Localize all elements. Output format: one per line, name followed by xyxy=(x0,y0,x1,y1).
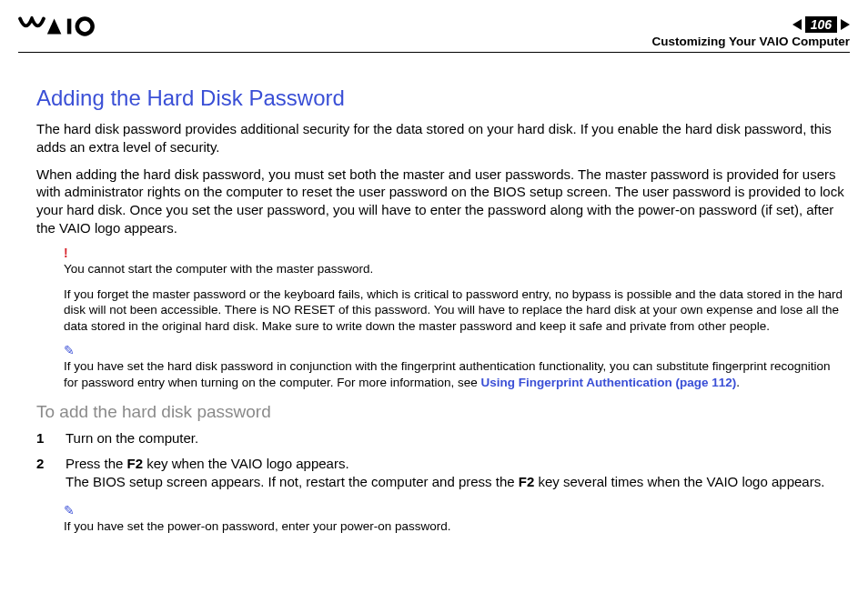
key-f2: F2 xyxy=(519,474,535,489)
note-block-1: ✎ If you have set the hard disk password… xyxy=(36,344,844,391)
svg-point-1 xyxy=(77,19,93,35)
content-area: Adding the Hard Disk Password The hard d… xyxy=(18,85,850,535)
vaio-logo xyxy=(18,16,126,40)
warning-text-2: If you forget the master password or the… xyxy=(64,286,844,335)
key-f2: F2 xyxy=(127,456,144,471)
svg-rect-0 xyxy=(67,19,72,35)
step-number: 2 xyxy=(36,455,49,492)
note-icon: ✎ xyxy=(64,344,844,357)
header-right: 106 Customizing Your VAIO Computer xyxy=(651,16,850,48)
note-text-2: If you have set the power-on password, e… xyxy=(64,518,844,535)
warning-block: ! You cannot start the computer with the… xyxy=(36,246,844,335)
page-navigator: 106 xyxy=(651,16,850,33)
note1-post: . xyxy=(736,376,740,389)
step-number: 1 xyxy=(36,429,49,447)
step-1: 1 Turn on the computer. xyxy=(36,429,844,447)
page-root: 106 Customizing Your VAIO Computer Addin… xyxy=(0,0,868,535)
breadcrumb: Customizing Your VAIO Computer xyxy=(651,35,850,48)
note-icon: ✎ xyxy=(64,504,844,517)
step-list: 1 Turn on the computer. 2 Press the F2 k… xyxy=(36,429,844,492)
procedure-title: To add the hard disk password xyxy=(36,402,844,422)
next-page-icon[interactable] xyxy=(841,19,850,30)
warning-text-1: You cannot start the computer with the m… xyxy=(64,261,844,277)
intro-paragraph-1: The hard disk password provides addition… xyxy=(36,120,844,156)
step-2: 2 Press the F2 key when the VAIO logo ap… xyxy=(36,455,844,492)
section-title: Adding the Hard Disk Password xyxy=(36,85,844,111)
note-block-2: ✎ If you have set the power-on password,… xyxy=(36,504,844,535)
intro-paragraph-2: When adding the hard disk password, you … xyxy=(36,166,844,237)
note-text-1: If you have set the hard disk password i… xyxy=(64,358,844,391)
step-text: Turn on the computer. xyxy=(66,429,198,447)
warning-icon: ! xyxy=(64,246,844,259)
prev-page-icon[interactable] xyxy=(792,19,802,30)
fingerprint-auth-link[interactable]: Using Fingerprint Authentication (page 1… xyxy=(480,376,736,389)
page-header: 106 Customizing Your VAIO Computer xyxy=(18,16,850,53)
step-text: Press the F2 key when the VAIO logo appe… xyxy=(66,455,824,492)
page-number: 106 xyxy=(805,16,837,33)
